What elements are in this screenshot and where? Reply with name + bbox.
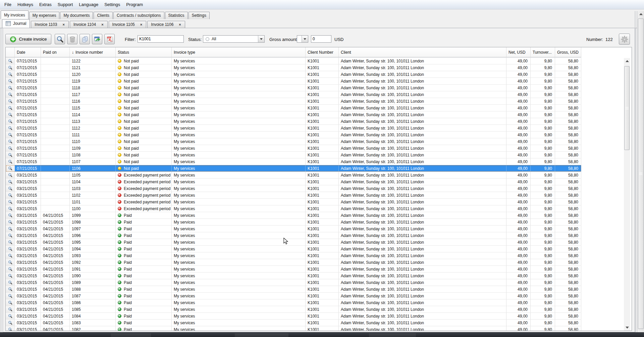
table-row[interactable]: 03/21/201504/21/20151087PaidMy servicesK…: [6, 293, 581, 299]
row-open-button[interactable]: [6, 326, 15, 331]
table-row[interactable]: 07/21/20151120Not paidMy servicesK1001Ad…: [6, 71, 581, 78]
table-scroll-up-icon[interactable]: [624, 58, 630, 64]
tab-contracts-subscriptions[interactable]: Contracts / subscriptions: [113, 12, 164, 19]
row-magnifier-icon[interactable]: [8, 193, 12, 197]
table-row[interactable]: 03/21/201504/21/20151096PaidMy servicesK…: [6, 232, 581, 239]
row-open-button[interactable]: [6, 158, 15, 165]
gross-amount-input[interactable]: [311, 35, 331, 43]
table-row[interactable]: 03/21/201504/21/20151083PaidMy servicesK…: [6, 320, 581, 326]
row-open-button[interactable]: [6, 172, 15, 178]
table-scrollbar[interactable]: [624, 58, 630, 331]
row-magnifier-icon[interactable]: [8, 159, 12, 164]
row-magnifier-icon[interactable]: [8, 227, 12, 231]
row-open-button[interactable]: [6, 132, 15, 138]
table-row[interactable]: 07/21/20151107Not paidMy servicesK1001Ad…: [6, 158, 581, 165]
export-button[interactable]: [92, 34, 102, 44]
tab-invoice-1105[interactable]: Invoice 1105×: [109, 21, 147, 28]
row-open-button[interactable]: [6, 179, 15, 185]
menu-item-program[interactable]: Program: [123, 1, 146, 8]
table-row[interactable]: 03/21/201504/21/20151098PaidMy servicesK…: [6, 219, 581, 226]
tab-clients[interactable]: Clients: [94, 12, 113, 19]
row-open-button[interactable]: [6, 273, 15, 279]
table-row[interactable]: 03/21/201504/21/20151089PaidMy servicesK…: [6, 279, 581, 286]
table-row[interactable]: 07/21/20151114Not paidMy servicesK1001Ad…: [6, 111, 581, 118]
row-magnifier-icon[interactable]: [8, 200, 12, 204]
table-row[interactable]: 07/21/20151122Not paidMy servicesK1001Ad…: [6, 58, 581, 64]
tab-invoice-1103[interactable]: Invoice 1103×: [31, 21, 69, 28]
gross-amount-dropdown[interactable]: [297, 35, 308, 43]
row-magnifier-icon[interactable]: [8, 65, 12, 70]
row-magnifier-icon[interactable]: [8, 119, 12, 124]
row-magnifier-icon[interactable]: [8, 173, 12, 177]
row-magnifier-icon[interactable]: [8, 126, 12, 130]
row-open-button[interactable]: [6, 293, 15, 299]
row-open-button[interactable]: [6, 199, 15, 205]
search-button[interactable]: [55, 34, 65, 44]
copy-button[interactable]: [79, 34, 90, 44]
delete-button[interactable]: [67, 34, 77, 44]
header-client-number[interactable]: Client Number: [306, 47, 339, 57]
menu-item-support[interactable]: Support: [55, 1, 76, 8]
row-open-button[interactable]: [6, 219, 15, 225]
row-open-button[interactable]: [6, 320, 15, 326]
table-row[interactable]: 03/21/201504/21/20151099PaidMy servicesK…: [6, 212, 581, 219]
row-open-button[interactable]: [6, 152, 15, 158]
gross-amount-dropdown-arrow[interactable]: [302, 36, 308, 42]
row-open-button[interactable]: [6, 286, 15, 292]
table-row[interactable]: 07/21/20151116Not paidMy servicesK1001Ad…: [6, 98, 581, 105]
row-open-button[interactable]: [6, 266, 15, 272]
row-open-button[interactable]: [6, 192, 15, 198]
header-status[interactable]: Status: [116, 47, 172, 57]
menu-item-language[interactable]: Language: [76, 1, 101, 8]
row-open-button[interactable]: [6, 232, 15, 239]
row-open-button[interactable]: [6, 85, 15, 91]
row-open-button[interactable]: [6, 185, 15, 192]
row-open-button[interactable]: [6, 98, 15, 104]
table-row[interactable]: 03/21/201504/21/20151094PaidMy servicesK…: [6, 246, 581, 252]
tab-invoice-1106[interactable]: Invoice 1106×: [147, 21, 185, 28]
header-paid-on[interactable]: Paid on: [41, 47, 70, 57]
row-open-button[interactable]: [6, 259, 15, 266]
row-magnifier-icon[interactable]: [8, 267, 12, 271]
row-open-button[interactable]: [6, 58, 15, 64]
row-magnifier-icon[interactable]: [8, 79, 12, 83]
row-open-button[interactable]: [6, 111, 15, 118]
row-magnifier-icon[interactable]: [8, 274, 12, 278]
row-magnifier-icon[interactable]: [8, 327, 12, 331]
row-magnifier-icon[interactable]: [8, 307, 12, 311]
row-open-button[interactable]: [6, 78, 15, 84]
row-magnifier-icon[interactable]: [8, 72, 12, 77]
tab-invoice-1104[interactable]: Invoice 1104×: [70, 21, 108, 28]
table-row[interactable]: 07/21/20151109Not paidMy servicesK1001Ad…: [6, 145, 581, 152]
row-open-button[interactable]: [6, 165, 15, 172]
row-open-button[interactable]: [6, 246, 15, 252]
window-scroll-up-icon[interactable]: [637, 11, 644, 17]
row-open-button[interactable]: [6, 313, 15, 319]
header-date[interactable]: Date: [15, 47, 41, 57]
row-open-button[interactable]: [6, 239, 15, 245]
row-magnifier-icon[interactable]: [8, 213, 12, 218]
table-scroll-down-icon[interactable]: [624, 325, 630, 331]
row-open-button[interactable]: [6, 279, 15, 286]
header-client[interactable]: Client: [339, 47, 506, 57]
pdf-button[interactable]: PDF Adobe: [104, 34, 115, 44]
menu-item-hotkeys[interactable]: Hotkeys: [14, 1, 36, 8]
row-magnifier-icon[interactable]: [8, 300, 12, 305]
row-magnifier-icon[interactable]: [8, 59, 12, 63]
menu-item-extras[interactable]: Extras: [36, 1, 55, 8]
header-turnover[interactable]: Turnover...: [531, 47, 555, 57]
row-magnifier-icon[interactable]: [8, 253, 12, 258]
table-row[interactable]: 03/21/20151105Exceeded payment periodMy …: [6, 172, 581, 179]
table-row[interactable]: 03/21/201504/21/20151088PaidMy servicesK…: [6, 286, 581, 293]
table-row[interactable]: 03/21/201504/21/20151082PaidMy servicesK…: [6, 326, 581, 331]
create-invoice-button[interactable]: Create invoice: [5, 34, 51, 44]
table-row[interactable]: 07/21/20151106Not paidMy servicesK1001Ad…: [6, 165, 581, 172]
table-row[interactable]: 07/21/20151111Not paidMy servicesK1001Ad…: [6, 132, 581, 138]
row-open-button[interactable]: [6, 105, 15, 111]
table-row[interactable]: 07/21/20151108Not paidMy servicesK1001Ad…: [6, 152, 581, 158]
tab-close-icon[interactable]: ×: [140, 22, 143, 27]
row-magnifier-icon[interactable]: [8, 294, 12, 298]
row-magnifier-icon[interactable]: [8, 92, 12, 97]
tab-my-invoices[interactable]: My invoices: [1, 10, 29, 19]
row-magnifier-icon[interactable]: [8, 287, 12, 291]
